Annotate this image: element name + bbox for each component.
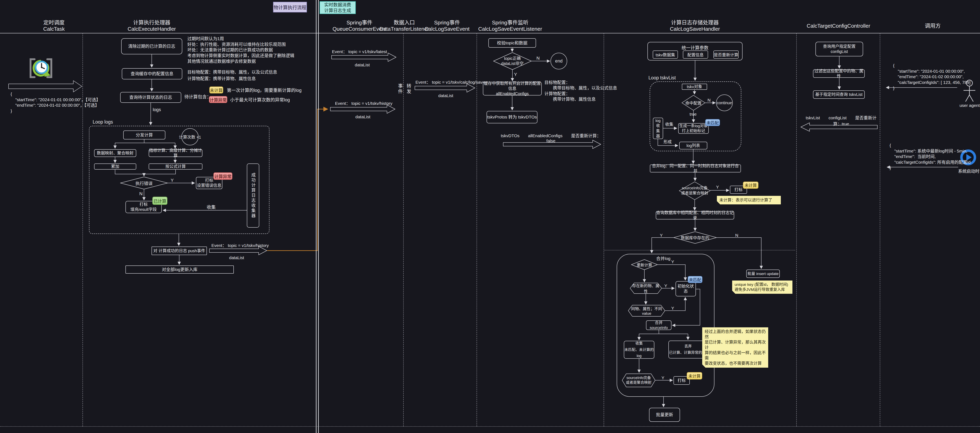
label-exec-error-y: Y <box>171 178 174 183</box>
label-calc-error-desc: 小于最大可计算次数的异常log <box>230 97 290 103</box>
label-controller-output: tskvList configList 是否重新计算：true <box>805 118 878 123</box>
legend-flow-execution: 物计算执行流程 <box>273 2 307 13</box>
label-forward-vertical: 转发 <box>405 84 411 94</box>
node-collect-uncalc: 收集 未匹配、未计算的log <box>624 341 654 359</box>
node-data-mapping: 数据映射、聚合映射 <box>94 149 136 157</box>
label-event-latest: Event： topic = v1/tskv/latest <box>332 49 387 54</box>
label-recalc: 重新计算 <box>634 262 655 267</box>
note-uncalc-meaning: 未计算：表示可以进行计算了 <box>717 196 781 205</box>
label-user-agent: user agent <box>957 103 980 108</box>
legend-flow-realtime-label: 实时数据消费 计算日志生成 <box>324 2 351 13</box>
label-sourceinfo-2: sourceInfo完备 或者是聚合映射 <box>622 375 655 385</box>
badge-calculated: 已计算 <box>152 197 167 205</box>
node-push-success-logs: 对 计算成功的日志 push事件 <box>151 246 207 255</box>
node-clean-expired-logs: 清除过期的已计算的日志 <box>121 38 182 54</box>
node-batch-update: 批量更新 <box>649 408 680 422</box>
label-new-attr: 存在新的物、属性 <box>630 286 661 291</box>
node-tskv-object: tskv对象 <box>682 84 707 90</box>
sequence-flowchart-canvas: 物计算执行流程 实时数据消费 计算日志生成 定时调度 CalcTask 计算执行… <box>0 0 980 433</box>
label-form: 形成 <box>663 139 672 144</box>
label-hit-n: N <box>708 97 711 103</box>
label-loop-tskvlist: Loop tskvList <box>648 75 676 81</box>
label-event-history-exec: Event： topic = v1/tskv/history <box>212 243 269 248</box>
label-calc-count: 计算次数 +1 <box>177 133 203 140</box>
note-config-detail: 目标物配置：携带目标物、属性，以及公式信息 计算物配置：携带计算物、属性信息 <box>188 69 277 82</box>
label-exec-error-n: N <box>139 191 143 197</box>
label-logs: logs <box>153 107 161 113</box>
label-hit-config: 命中配置 <box>683 100 704 105</box>
clock-icon <box>30 59 51 77</box>
node-dispatch-calc: 分发计算 <box>123 130 165 140</box>
node-log-list: log列表 <box>679 142 707 149</box>
label-success-log-collector: 成功计算日志收集器 <box>250 173 256 219</box>
label-collect-2: 收集 <box>665 122 673 127</box>
node-query-pending-logs: 查询待计算状态的日志 <box>120 92 181 103</box>
node-generate-log: 生成一条log对象 打上初始标记 <box>678 123 709 134</box>
badge-calc-error-2: 计算异常 <box>213 173 232 180</box>
node-discard: 丢弃 已计算、计算异常的log <box>668 341 708 358</box>
label-system-boot: 系统启动时 <box>956 168 980 173</box>
chip-tskv-dataset: tskv数据集 <box>653 51 678 59</box>
label-samediff-y: Y <box>671 305 674 311</box>
node-init-state: 初始化状态 <box>676 281 696 297</box>
node-query-db-logs: 查询数据库中相同配置、相同时刻的日志记录 <box>656 211 734 219</box>
label-exec-error: 执行错误 <box>132 180 156 186</box>
label-db-y: Y <box>660 233 663 238</box>
node-query-cached-config: 查询缓存中的配置信息 <box>122 68 182 79</box>
node-query-tskvlist: 基于指定时间查询 tskvList <box>813 90 865 99</box>
legend-flow-realtime: 实时数据消费 计算日志生成 <box>320 1 356 14</box>
label-event-save: Event： topic = v1/tskv/calc/log/save <box>415 79 485 85</box>
label-collect: 收集 <box>207 205 216 210</box>
label-db-n: N <box>735 233 738 238</box>
label-topic-y: Y <box>514 71 517 78</box>
label-same-diff: 同物、属性；不同value <box>629 308 664 313</box>
node-filter-attrs: 过滤出这些配置中的物、属性 <box>813 70 865 78</box>
node-validate-topic: 校验topic和数据 <box>488 38 536 48</box>
note-clean-expired: 过期时间默认为1周 好处：执行性能、资源消耗可以维持在比较乐观范围 坏处：无法重… <box>188 36 294 64</box>
label-continue: continue <box>716 100 733 105</box>
label-pending-contains: 待计算包含： <box>184 94 211 100</box>
chip-config-info: 配置信息 <box>683 51 708 59</box>
node-save-all-logs: 对全部log更新入库 <box>126 265 234 274</box>
label-datalist-history: dataList <box>355 114 371 119</box>
label-merge-log-container: 合并log <box>656 256 670 261</box>
event-save-arrow <box>415 84 475 92</box>
loop-logs-container <box>89 126 269 234</box>
node-merge-sourceinfo: 合并 sourceInfo <box>646 320 671 330</box>
label-loop-logs: Loop logs <box>93 119 113 125</box>
label-topic-n: N <box>536 56 540 61</box>
label-newattr-y: Y <box>664 283 667 289</box>
badge-uncalc-1: 未计算 <box>743 182 759 189</box>
label-hit-true: true <box>690 111 697 117</box>
badge-unmatched-2: 未匹配 <box>688 276 702 283</box>
caller-request-json-boot: { "startTime": 系统中最新log时间 - 5min, "endTi… <box>889 143 970 171</box>
label-datalist-latest: dataList <box>355 62 370 68</box>
chip-recalc-flag: 是否重新计算 <box>713 51 739 59</box>
label-end: end <box>551 58 567 64</box>
node-convert-dtos: tskvProtos 转为 tskvDTOs <box>487 111 538 124</box>
label-datalist-exec: dataList <box>229 255 244 260</box>
node-accumulate: 累加 <box>94 163 136 170</box>
node-indicator-calc: 指标计算、高级计算、分摊计算 <box>149 149 202 157</box>
calctask-trigger-arrow <box>8 81 82 92</box>
node-unified-params: 统一计算参数 tskv数据集 配置信息 是否重新计算 <box>648 42 743 60</box>
node-log-collector: log 收 集 器 <box>653 118 663 139</box>
badge-uncalc-2: 未计算 <box>687 372 702 379</box>
label-listener-output: tskvDTOs allEnabledConfigs 是否重新计算：false <box>499 135 603 140</box>
label-sourceinfo-1: sourceInfo完备 或者是聚合映射 <box>678 185 711 196</box>
legend-flow-execution-label: 物计算执行流程 <box>274 4 307 11</box>
label-uncalculated-desc: 第一次计算的log，需要重新计算的log <box>227 87 302 94</box>
node-query-user-config: 查询用户指定配置 configList <box>815 42 863 56</box>
label-src2-y: Y <box>662 375 664 381</box>
label-unified-params: 统一计算参数 <box>648 44 742 51</box>
calctask-request-json: { "startTime": "2024-01-01 00:00:00"，【可选… <box>11 91 100 114</box>
caller-request-json-manual: { "startTime": "2024-01-01 00:00:00", "e… <box>893 63 970 91</box>
node-get-enabled-configs: 缓存中获取所有开启计算的配置信息 allEnabledConfigs <box>483 82 542 95</box>
node-formula-calc: 按公式计算 <box>149 163 202 170</box>
note-merge-logic: 经过上面的合并逻辑，如果状态仍然 是已计算、计算异常，那么其再次计 算的结果也必… <box>702 327 768 368</box>
badge-calc-error: 计算异常 <box>209 96 227 103</box>
badge-uncalculated: 未计算 <box>209 87 223 94</box>
label-event-history-queue: Event： topic = v1/tskv/history <box>335 101 393 106</box>
section-divider-bar <box>316 0 319 433</box>
label-db-exists: 数据库中存在的 <box>679 235 711 240</box>
